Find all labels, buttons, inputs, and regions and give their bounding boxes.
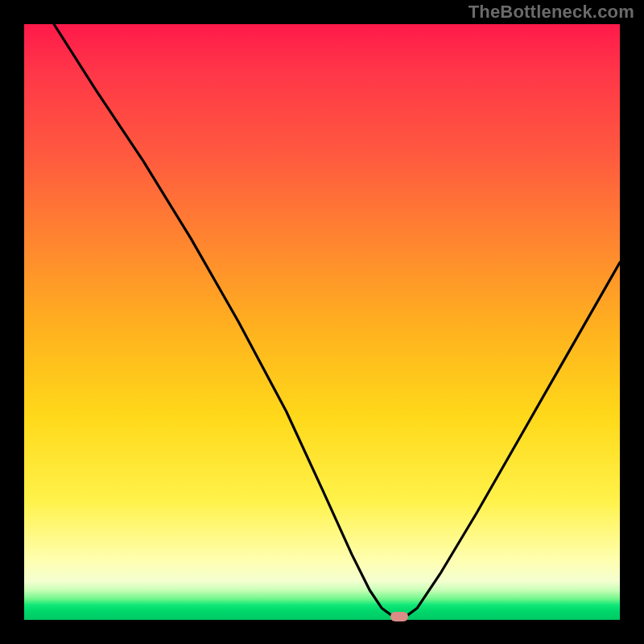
chart-frame: TheBottleneck.com bbox=[0, 0, 644, 644]
bottleneck-curve-path bbox=[54, 24, 620, 617]
curve-svg bbox=[24, 24, 620, 620]
watermark-text: TheBottleneck.com bbox=[469, 2, 634, 23]
plot-area bbox=[24, 24, 620, 620]
min-marker bbox=[390, 612, 408, 621]
